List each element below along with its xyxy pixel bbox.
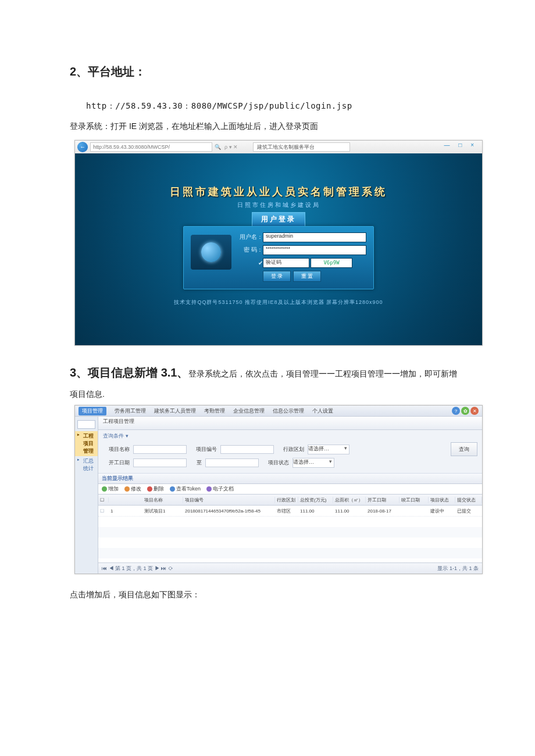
username-input[interactable]: superadmin: [263, 232, 366, 242]
section3-num: 3、项目信息新增 3.1、: [70, 366, 188, 379]
cell-area: 111.00: [333, 508, 366, 514]
logout-icon[interactable]: ✕: [470, 407, 479, 415]
topmenu-item-labor[interactable]: 劳务用工管理: [115, 407, 146, 415]
sidebar-item-project-mgmt[interactable]: 工程项目管理: [75, 431, 98, 456]
login-box: 用户名： superadmin 密 码： ************ ✔ 验证码 …: [183, 226, 374, 289]
pager-left[interactable]: ⏮ ◀ 第 1 页，共 1 页 ▶ ⏭ ⟳: [102, 565, 173, 572]
section3-line2: 项目信息.: [70, 385, 465, 403]
browser-chrome: ← http://58.59.43.30:8080/MWCSP/ 🔍 ρ ▾ ✕…: [75, 141, 482, 153]
back-icon[interactable]: ←: [77, 142, 88, 152]
token-button[interactable]: 查看Token: [170, 485, 201, 493]
pager-right: 显示 1-1，共 1 条: [437, 565, 479, 572]
topmenu-item-enterprise[interactable]: 企业信息管理: [233, 407, 265, 415]
section3-sub: 登录系统之后，依次点击，项目管理一一工程项目管理一一增加，即可新增: [188, 369, 457, 378]
filter-input-end[interactable]: [205, 458, 259, 467]
password-input[interactable]: ************: [263, 245, 366, 255]
section2-heading: 2、平台地址：: [70, 64, 465, 80]
reset-button[interactable]: 重 置: [293, 271, 321, 282]
edit-icon: [124, 486, 130, 492]
login-screenshot: ← http://58.59.43.30:8080/MWCSP/ 🔍 ρ ▾ ✕…: [74, 140, 483, 346]
filter-select-region[interactable]: 请选择…: [308, 445, 349, 454]
section3-after: 点击增加后，项目信息如下图显示：: [70, 586, 465, 604]
topmenu-item-project[interactable]: 项目管理: [79, 407, 106, 415]
plus-icon: [102, 486, 107, 492]
col-invest: 总投资(万元): [298, 497, 333, 503]
captcha-label: ✔: [240, 260, 263, 266]
archive-button[interactable]: 电子文档: [206, 485, 234, 493]
system-subtitle: 日照市住房和城乡建设局: [75, 201, 482, 209]
login-footer: 技术支持QQ群号5311750 推荐使用IE8及以上版本浏览器 屏幕分辨率128…: [75, 299, 482, 306]
login-button[interactable]: 登 录: [263, 271, 291, 282]
filter-input-name[interactable]: [133, 445, 187, 454]
filter-header[interactable]: 查询条件 ▾: [103, 432, 477, 440]
add-button[interactable]: 增加: [102, 485, 119, 493]
filter-label-start: 开工日期: [103, 459, 130, 467]
username-label: 用户名：: [240, 233, 263, 241]
cell-pstatus: 建设中: [429, 508, 455, 514]
project-grid-screenshot: 项目管理 劳务用工管理 建筑务工人员管理 考勤管理 企业信息管理 信息公示管理 …: [74, 405, 483, 574]
col-sstatus: 提交状态: [455, 497, 482, 503]
cell-start: 2018-08-17: [366, 508, 400, 514]
filter-input-start[interactable]: [133, 458, 187, 467]
data-grid: ☐ 项目名称 项目编号 行政区划 总投资(万元) 总面积（㎡） 开工日期 竣工日…: [98, 495, 482, 562]
topmenu-item-attendance[interactable]: 考勤管理: [204, 407, 225, 415]
grid-toolbar: 当前显示结果: [98, 474, 482, 484]
pager[interactable]: ⏮ ◀ 第 1 页，共 1 页 ▶ ⏭ ⟳ 显示 1-1，共 1 条: [98, 562, 482, 574]
cell-no: 20180817144653470f9b52a-1f58-45: [183, 508, 275, 514]
col-check[interactable]: ☐: [98, 497, 109, 503]
login-instruction: 登录系统：打开 IE 浏览器，在地址栏输入上面地址后，进入登录页面: [70, 117, 465, 135]
empty-rows: [98, 517, 482, 562]
login-viewport: 日照市建筑业从业人员实名制管理系统 日照市住房和城乡建设局 用户登录 用户名： …: [75, 153, 482, 345]
col-area: 总面积（㎡）: [333, 497, 366, 503]
token-icon: [170, 486, 175, 492]
separator: ρ ▾ ✕: [224, 144, 238, 150]
filter-panel: 查询条件 ▾ 项目名称 项目编号 行政区划 请选择… 查询 开工日期 至: [98, 430, 482, 474]
system-title: 日照市建筑业从业人员实名制管理系统: [75, 153, 482, 199]
content-tab[interactable]: 工程项目管理: [98, 417, 482, 430]
help-icon[interactable]: ?: [452, 407, 460, 415]
query-button[interactable]: 查询: [451, 442, 477, 456]
address-bar[interactable]: http://58.59.43.30:8080/MWCSP/: [90, 142, 212, 152]
captcha-input[interactable]: 验证码: [263, 258, 309, 268]
section3-heading: 3、项目信息新增 3.1、登录系统之后，依次点击，项目管理一一工程项目管理一一增…: [70, 362, 465, 383]
grid-actions: 增加 修改 删除 查看Token 电子文档: [98, 484, 482, 495]
cell-invest: 111.00: [298, 508, 333, 514]
browser-tab[interactable]: 建筑工地实名制服务平台: [253, 142, 350, 152]
topmenu-item-publicity[interactable]: 信息公示管理: [273, 407, 304, 415]
window-controls-icon[interactable]: — □ ×: [444, 142, 477, 148]
col-end: 竣工日期: [400, 497, 429, 503]
settings-icon[interactable]: ✿: [461, 407, 469, 415]
edit-button[interactable]: 修改: [124, 485, 141, 493]
delete-button[interactable]: 删除: [147, 485, 164, 493]
col-pstatus: 项目状态: [429, 497, 455, 503]
sidebar-item-summary[interactable]: 汇总统计: [75, 456, 98, 474]
login-panel-title: 用户登录: [252, 212, 305, 226]
filter-label-to: 至: [190, 459, 202, 467]
col-name: 项目名称: [142, 497, 183, 503]
cell-sstatus: 已提交: [455, 508, 482, 514]
col-no: 项目编号: [183, 497, 275, 503]
filter-select-status[interactable]: 请选择…: [293, 458, 334, 468]
sidebar-search-input[interactable]: [77, 420, 95, 429]
help-icons: ? ✿ ✕: [452, 407, 479, 415]
row-checkbox[interactable]: [98, 508, 109, 514]
topmenu-item-worker[interactable]: 建筑务工人员管理: [154, 407, 196, 415]
filter-input-no[interactable]: [220, 445, 274, 454]
filter-label-region: 行政区划: [277, 446, 304, 453]
archive-icon: [206, 486, 212, 492]
main-panel: 工程项目管理 查询条件 ▾ 项目名称 项目编号 行政区划 请选择… 查询 开工日…: [98, 417, 482, 574]
filter-label-name: 项目名称: [103, 446, 130, 453]
platform-url: http：//58.59.43.30：8080/MWCSP/jsp/public…: [70, 97, 465, 115]
topmenu-item-personal[interactable]: 个人设置: [312, 407, 333, 415]
filter-label-no: 项目编号: [190, 446, 217, 453]
grid-header: ☐ 项目名称 项目编号 行政区划 总投资(万元) 总面积（㎡） 开工日期 竣工日…: [98, 495, 482, 506]
top-menu: 项目管理 劳务用工管理 建筑务工人员管理 考勤管理 企业信息管理 信息公示管理 …: [75, 406, 482, 417]
password-label: 密 码：: [240, 246, 263, 254]
col-region: 行政区划: [275, 497, 298, 503]
sidebar: 工程项目管理 汇总统计: [75, 417, 98, 574]
filter-label-status: 项目状态: [262, 459, 289, 467]
delete-icon: [147, 486, 152, 492]
toolbar-title: 当前显示结果: [102, 475, 133, 482]
captcha-image[interactable]: V6p9W: [311, 258, 352, 268]
table-row[interactable]: 1 测试项目1 20180817144653470f9b52a-1f58-45 …: [98, 506, 482, 517]
